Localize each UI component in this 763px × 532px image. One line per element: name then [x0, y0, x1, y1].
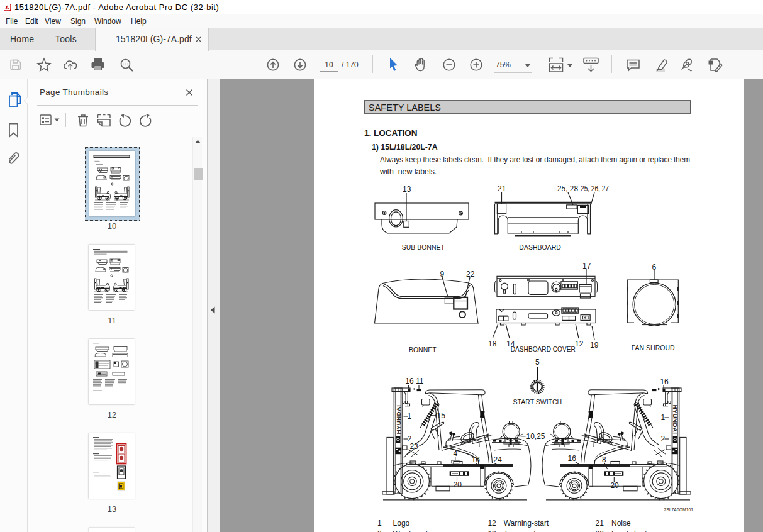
svg-text:4: 4 [454, 449, 458, 458]
svg-text:21: 21 [498, 184, 506, 193]
svg-text:23: 23 [409, 442, 418, 451]
svg-text:16: 16 [472, 455, 481, 464]
svg-text:START SWITCH: START SWITCH [513, 398, 562, 406]
svg-text:DASHBOARD: DASHBOARD [519, 243, 561, 251]
svg-text:15: 15 [437, 411, 446, 420]
svg-text:16: 16 [660, 377, 669, 386]
svg-text:Transport: Transport [504, 529, 537, 532]
svg-text:BONNET: BONNET [409, 346, 437, 353]
svg-text:17: 17 [582, 262, 591, 270]
svg-text:24: 24 [494, 455, 503, 464]
svg-text:1. LOCATION: 1. LOCATION [364, 128, 418, 138]
svg-text:1) 15L/18L/20L-7A: 1) 15L/18L/20L-7A [372, 143, 438, 152]
svg-text:20: 20 [454, 480, 462, 489]
svg-text:Logo: Logo [393, 519, 410, 528]
svg-text:with new labels.: with new labels. [379, 167, 437, 176]
svg-text:SAFETY LABELS: SAFETY LABELS [369, 103, 441, 113]
svg-text:10,25: 10,25 [526, 432, 545, 441]
svg-text:25, 26, 27: 25, 26, 27 [581, 184, 609, 193]
svg-text:1: 1 [661, 413, 666, 422]
svg-text:5: 5 [535, 358, 540, 367]
svg-text:13: 13 [487, 529, 496, 532]
svg-text:22: 22 [466, 270, 475, 279]
svg-text:19: 19 [590, 341, 599, 350]
svg-text:HYUNDAI: HYUNDAI [395, 405, 402, 435]
svg-text:16: 16 [405, 377, 414, 385]
svg-text:21: 21 [596, 519, 604, 528]
svg-text:Warning-start: Warning-start [504, 519, 549, 528]
svg-text:20: 20 [610, 481, 619, 490]
svg-text:Noise: Noise [611, 519, 631, 528]
svg-text:16: 16 [568, 454, 577, 463]
svg-text:HYUNDAI: HYUNDAI [672, 405, 679, 435]
svg-text:Load chart: Load chart [611, 529, 647, 532]
svg-text:DASHBOARD COVER: DASHBOARD COVER [511, 345, 576, 353]
svg-text:SUB BONNET: SUB BONNET [402, 243, 445, 251]
svg-text:12: 12 [575, 340, 584, 348]
svg-text:18: 18 [488, 340, 497, 348]
svg-text:Word mark: Word mark [393, 529, 430, 532]
svg-text:1: 1 [377, 519, 382, 528]
svg-text:14: 14 [506, 340, 515, 348]
svg-text:1: 1 [408, 412, 412, 421]
svg-text:2SL7A0OM101: 2SL7A0OM101 [664, 507, 694, 512]
svg-text:6: 6 [652, 263, 657, 272]
svg-text:2: 2 [377, 529, 382, 532]
svg-text:13: 13 [403, 185, 411, 194]
svg-text:9: 9 [440, 270, 445, 279]
svg-text:25, 28: 25, 28 [557, 184, 578, 193]
svg-text:11: 11 [416, 377, 424, 385]
svg-text:2: 2 [661, 435, 666, 443]
svg-text:22: 22 [596, 529, 604, 532]
svg-text:12: 12 [487, 519, 496, 528]
svg-text:FAN SHROUD: FAN SHROUD [632, 344, 675, 352]
svg-text:Always keep these labels clean: Always keep these labels clean. If they … [380, 155, 690, 164]
